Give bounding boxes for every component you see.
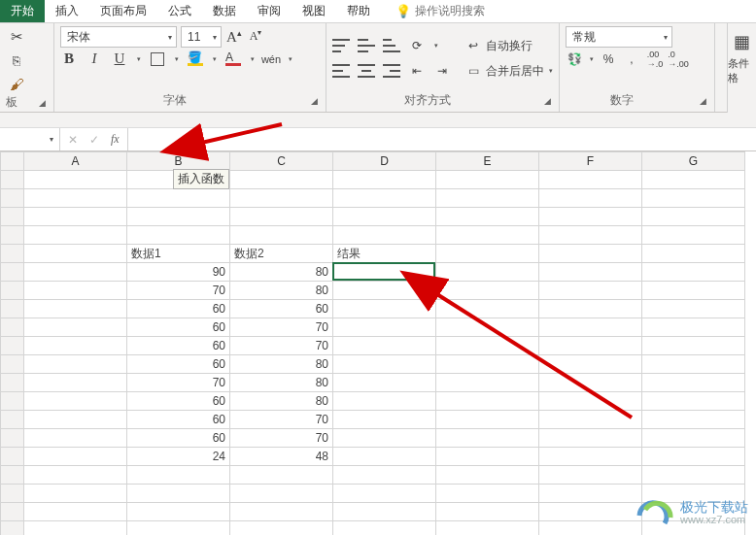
align-left-icon[interactable] [332,64,350,78]
cell[interactable]: 70 [230,337,333,355]
cell[interactable] [642,318,745,337]
cell[interactable] [24,208,127,226]
align-right-icon[interactable] [383,64,400,78]
cell[interactable] [436,318,539,337]
row-header[interactable] [1,429,24,448]
row-header[interactable] [1,300,24,318]
cell[interactable] [24,355,127,374]
row-header[interactable] [1,226,24,245]
cell[interactable] [539,226,642,245]
comma-style-icon[interactable]: , [623,50,640,68]
chevron-down-icon[interactable]: ▾ [289,55,292,63]
chevron-down-icon[interactable]: ▾ [137,55,141,63]
cell[interactable] [642,448,745,466]
cell[interactable] [539,392,642,411]
cell[interactable] [24,485,127,503]
row-header[interactable] [1,392,24,411]
cell[interactable] [24,429,127,448]
cancel-formula-icon[interactable]: ✕ [68,133,78,147]
currency-icon[interactable]: 💱 [566,50,583,68]
cell[interactable] [24,448,127,466]
cell[interactable] [24,521,127,536]
font-color-icon[interactable]: A [224,50,242,68]
cell[interactable]: 90 [127,263,230,282]
worksheet-grid[interactable]: A B C D E F G 数据1数据2结果908070806060607060… [0,151,756,535]
copy-icon[interactable]: ⎘ [8,51,25,69]
align-bottom-icon[interactable] [383,39,400,52]
cell[interactable] [539,448,642,466]
cell[interactable] [539,245,642,263]
number-dialog-launcher-icon[interactable]: ◢ [698,95,708,107]
cell[interactable] [436,337,539,355]
align-middle-icon[interactable] [358,39,375,52]
cell[interactable] [24,263,127,282]
cell[interactable] [436,466,539,485]
underline-button[interactable]: U [111,50,128,68]
cell[interactable] [539,337,642,355]
format-painter-icon[interactable]: 🖌 [8,75,25,92]
cell[interactable] [333,429,436,448]
cell[interactable]: 70 [127,282,230,300]
cell[interactable] [642,208,745,226]
font-size-combo[interactable]: 11 [181,26,222,48]
cell[interactable] [230,485,333,503]
phonetic-guide-icon[interactable]: wén [262,50,280,68]
cell[interactable] [127,503,230,521]
cell[interactable] [24,245,127,263]
cell[interactable] [642,374,745,392]
cell[interactable] [24,337,127,355]
cell[interactable]: 24 [127,448,230,466]
cell[interactable] [333,374,436,392]
enter-formula-icon[interactable]: ✓ [89,133,99,147]
decrease-font-icon[interactable]: A▾ [247,28,264,46]
increase-indent-icon[interactable]: ⇥ [433,62,451,80]
row-header[interactable] [1,466,24,485]
fill-color-icon[interactable]: 🪣 [187,50,204,68]
cell[interactable] [127,485,230,503]
cell[interactable] [333,282,436,300]
alignment-dialog-launcher-icon[interactable]: ◢ [542,95,553,107]
cell[interactable] [436,521,539,536]
cell[interactable] [333,503,436,521]
column-header[interactable]: C [230,152,333,171]
cell[interactable] [333,171,436,189]
font-dialog-launcher-icon[interactable]: ◢ [309,95,320,107]
cell[interactable]: 60 [230,300,333,318]
select-all-corner[interactable] [1,152,24,171]
cell[interactable] [333,208,436,226]
percent-icon[interactable]: % [600,50,617,68]
cell[interactable] [24,226,127,245]
cell[interactable]: 70 [230,429,333,448]
cell[interactable] [436,208,539,226]
row-header[interactable] [1,282,24,300]
row-header[interactable] [1,503,24,521]
tab-home[interactable]: 开始 [0,0,45,22]
tab-data[interactable]: 数据 [202,0,247,22]
cell[interactable] [333,466,436,485]
cell[interactable] [539,263,642,282]
cell[interactable]: 80 [230,282,333,300]
cell[interactable] [436,171,539,189]
cell[interactable] [436,226,539,245]
row-header[interactable] [1,337,24,355]
cell[interactable] [24,189,127,208]
cell[interactable] [642,226,745,245]
conditional-formatting-button[interactable]: ▦ 条件格 [727,23,756,113]
cell[interactable] [24,411,127,429]
cell[interactable] [436,189,539,208]
cell[interactable] [539,411,642,429]
formula-input[interactable] [128,128,756,150]
align-top-icon[interactable] [332,39,350,52]
cell[interactable]: 60 [127,355,230,374]
insert-function-button[interactable]: fx [111,132,120,147]
tab-review[interactable]: 审阅 [247,0,292,22]
cell[interactable] [539,521,642,536]
cell[interactable]: 80 [230,355,333,374]
cell[interactable] [539,171,642,189]
cell[interactable] [539,355,642,374]
cell[interactable]: 60 [127,392,230,411]
cell[interactable] [24,392,127,411]
cell[interactable]: 60 [127,429,230,448]
cell[interactable] [24,318,127,337]
cell[interactable] [436,245,539,263]
